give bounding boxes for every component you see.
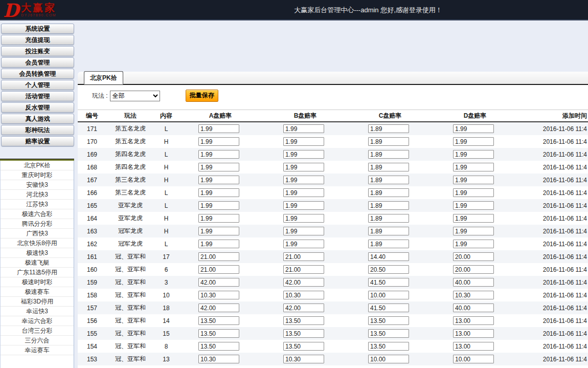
- sidebar-button[interactable]: 会员转换管理: [1, 69, 74, 79]
- tab-beijing-pk10[interactable]: 北京PK拾: [84, 71, 123, 84]
- odds-input-d[interactable]: [453, 316, 494, 325]
- odds-input-d[interactable]: [453, 150, 494, 159]
- odds-input-c[interactable]: [368, 265, 409, 274]
- odds-input-b[interactable]: [283, 291, 324, 299]
- odds-input-c[interactable]: [368, 329, 409, 338]
- odds-input-a[interactable]: [198, 176, 239, 184]
- odds-input-a[interactable]: [198, 265, 239, 274]
- submenu-item[interactable]: 重庆时时彩: [1, 170, 74, 180]
- sidebar-button[interactable]: 彩种玩法: [1, 125, 74, 135]
- sidebar-button[interactable]: 系统设置: [1, 24, 74, 34]
- sidebar-button[interactable]: 充值提现: [1, 35, 74, 45]
- odds-input-b[interactable]: [283, 124, 324, 133]
- odds-input-d[interactable]: [453, 240, 494, 248]
- sidebar-button[interactable]: 个人管理: [1, 80, 74, 90]
- odds-input-d[interactable]: [453, 291, 494, 299]
- odds-input-b[interactable]: [283, 265, 324, 274]
- submenu-item[interactable]: 福彩3D停用: [1, 297, 74, 307]
- odds-input-d[interactable]: [453, 214, 494, 223]
- submenu-item[interactable]: 北京PK拾: [1, 161, 74, 170]
- submenu-item[interactable]: 安徽快3: [1, 180, 74, 190]
- odds-input-a[interactable]: [198, 124, 239, 133]
- odds-input-b[interactable]: [283, 240, 324, 248]
- odds-input-d[interactable]: [453, 124, 494, 133]
- submenu-item[interactable]: 三分六合: [1, 336, 74, 345]
- odds-input-b[interactable]: [283, 278, 324, 287]
- odds-input-c[interactable]: [368, 150, 409, 159]
- sidebar-button[interactable]: 赔率设置: [1, 136, 74, 146]
- odds-input-c[interactable]: [368, 201, 409, 210]
- odds-input-a[interactable]: [198, 291, 239, 299]
- submenu-item[interactable]: 极速赛车: [1, 287, 74, 297]
- odds-input-c[interactable]: [368, 137, 409, 146]
- sidebar-button[interactable]: 投注账变: [1, 46, 74, 56]
- play-filter-select[interactable]: 全部: [110, 91, 160, 101]
- sidebar-button[interactable]: 活动管理: [1, 91, 74, 101]
- odds-input-a[interactable]: [198, 163, 239, 171]
- odds-input-c[interactable]: [368, 188, 409, 197]
- sidebar-button[interactable]: 真人游戏: [1, 114, 74, 124]
- odds-input-d[interactable]: [453, 265, 494, 274]
- odds-input-a[interactable]: [198, 355, 239, 363]
- submenu-item[interactable]: 幸运六合彩: [1, 316, 74, 326]
- odds-input-d[interactable]: [453, 252, 494, 261]
- odds-input-b[interactable]: [283, 176, 324, 184]
- odds-input-d[interactable]: [453, 278, 494, 287]
- submenu-item[interactable]: 江苏快3: [1, 200, 74, 209]
- odds-input-c[interactable]: [368, 355, 409, 363]
- odds-input-b[interactable]: [283, 163, 324, 171]
- odds-input-b[interactable]: [283, 201, 324, 210]
- odds-input-c[interactable]: [368, 176, 409, 184]
- odds-input-d[interactable]: [453, 137, 494, 146]
- submenu-item[interactable]: 极速六合彩: [1, 209, 74, 219]
- odds-input-a[interactable]: [198, 240, 239, 248]
- odds-input-b[interactable]: [283, 252, 324, 261]
- odds-input-a[interactable]: [198, 150, 239, 159]
- submenu-item[interactable]: 极速时时彩: [1, 277, 74, 287]
- odds-input-c[interactable]: [368, 342, 409, 351]
- submenu-item[interactable]: 极速快3: [1, 248, 74, 258]
- odds-input-b[interactable]: [283, 227, 324, 235]
- odds-input-d[interactable]: [453, 304, 494, 312]
- submenu-item[interactable]: 台湾三分彩: [1, 326, 74, 336]
- odds-input-b[interactable]: [283, 214, 324, 223]
- odds-input-b[interactable]: [283, 137, 324, 146]
- odds-input-a[interactable]: [198, 137, 239, 146]
- odds-input-c[interactable]: [368, 304, 409, 312]
- odds-input-b[interactable]: [283, 329, 324, 338]
- odds-input-a[interactable]: [198, 201, 239, 210]
- odds-input-c[interactable]: [368, 291, 409, 299]
- sidebar-button[interactable]: 会员管理: [1, 57, 74, 68]
- odds-input-d[interactable]: [453, 355, 494, 363]
- submenu-item[interactable]: 广西快3: [1, 229, 74, 239]
- odds-input-c[interactable]: [368, 227, 409, 235]
- odds-input-a[interactable]: [198, 188, 239, 197]
- odds-input-a[interactable]: [198, 227, 239, 235]
- odds-input-c[interactable]: [368, 278, 409, 287]
- odds-input-b[interactable]: [283, 188, 324, 197]
- submenu-item[interactable]: 幸运赛车: [1, 345, 74, 355]
- odds-input-b[interactable]: [283, 316, 324, 325]
- odds-input-d[interactable]: [453, 188, 494, 197]
- odds-input-c[interactable]: [368, 214, 409, 223]
- odds-input-d[interactable]: [453, 329, 494, 338]
- submenu-item[interactable]: 幸运快3: [1, 307, 74, 316]
- odds-input-d[interactable]: [453, 176, 494, 184]
- odds-input-a[interactable]: [198, 329, 239, 338]
- odds-input-d[interactable]: [453, 163, 494, 171]
- odds-input-b[interactable]: [283, 304, 324, 312]
- odds-input-c[interactable]: [368, 124, 409, 133]
- odds-input-a[interactable]: [198, 214, 239, 223]
- odds-input-a[interactable]: [198, 252, 239, 261]
- odds-input-b[interactable]: [283, 342, 324, 351]
- odds-input-c[interactable]: [368, 316, 409, 325]
- odds-input-d[interactable]: [453, 227, 494, 235]
- odds-input-c[interactable]: [368, 252, 409, 261]
- submenu-item[interactable]: 河北快3: [1, 190, 74, 200]
- submenu-item[interactable]: 极速飞艇: [1, 258, 74, 268]
- odds-input-c[interactable]: [368, 163, 409, 171]
- odds-input-b[interactable]: [283, 150, 324, 159]
- sidebar-button[interactable]: 反水管理: [1, 102, 74, 113]
- odds-input-a[interactable]: [198, 278, 239, 287]
- odds-input-a[interactable]: [198, 342, 239, 351]
